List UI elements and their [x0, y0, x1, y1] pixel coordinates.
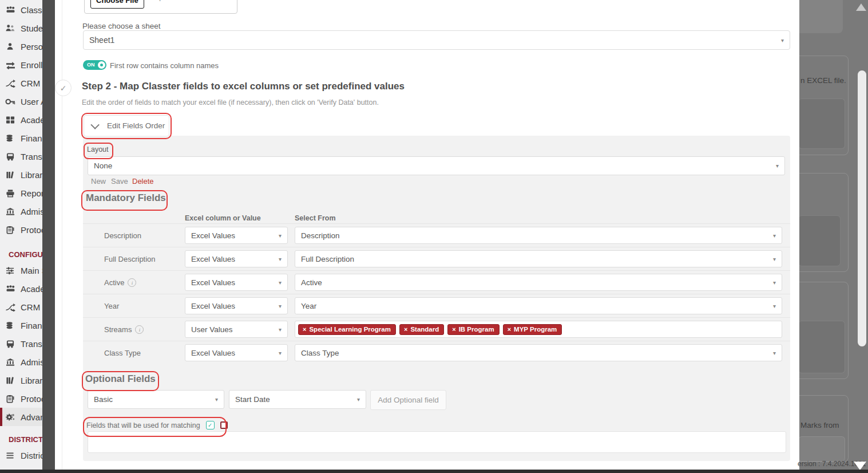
edit-fields-order-button[interactable]: Edit Fields Order: [84, 115, 169, 136]
excel-column-or-value-select[interactable]: Excel Values▾: [185, 274, 288, 291]
first-row-toggle[interactable]: ON: [83, 60, 106, 70]
layout-new-link[interactable]: New: [91, 177, 106, 186]
sidebar-item-protoco[interactable]: Protoco: [0, 389, 42, 408]
scroll-up-arrow-icon[interactable]: [856, 3, 866, 11]
sheet-select[interactable]: Sheet1 ▾: [83, 30, 790, 50]
field-label-text: Description: [104, 231, 141, 240]
sidebar-item-classes[interactable]: Classes: [0, 1, 42, 19]
sidebar-item-crm-se[interactable]: CRM Se: [0, 298, 42, 316]
sidebar-item-label: Advanc: [21, 412, 42, 422]
sidebar-item-financia[interactable]: Financia: [0, 129, 42, 147]
select-value: Class Type: [301, 349, 339, 357]
sidebar-item-academ[interactable]: Academ: [0, 111, 42, 129]
sidebar-item-advanc[interactable]: Advanc: [0, 408, 42, 426]
sidebar-item-financia[interactable]: Financia: [0, 316, 42, 334]
scrollbar-thumb[interactable]: [858, 70, 866, 346]
academic-settings-icon: [5, 284, 15, 293]
remove-tag-icon[interactable]: ×: [452, 326, 455, 333]
file-input[interactable]: Choose File Groups List.xlsx: [84, 0, 237, 14]
excel-column-or-value-select[interactable]: Excel Values▾: [185, 227, 288, 244]
choose-file-button[interactable]: Choose File: [90, 0, 144, 9]
layout-label: Layout: [87, 145, 109, 153]
checked-checkbox-icon[interactable]: ✓: [206, 421, 215, 429]
tag-label: IB Program: [459, 326, 494, 333]
bottom-bar: [0, 470, 868, 473]
tag-special-learning-program[interactable]: ×Special Learning Program: [298, 324, 396, 335]
mapping-panel: Layout None ▾ New Save Delete Mandatory …: [83, 136, 790, 461]
scroll-down-arrow-icon[interactable]: [854, 462, 866, 470]
chevron-down-icon: ▾: [279, 303, 282, 309]
layout-delete-link[interactable]: Delete: [132, 177, 154, 186]
step2-subtitle: Edit the order of fields to match your e…: [82, 98, 379, 107]
tag-standard[interactable]: ×Standard: [399, 324, 444, 335]
remove-tag-icon[interactable]: ×: [303, 326, 306, 333]
add-optional-field-button[interactable]: Add Optional field: [370, 390, 446, 410]
mandatory-fields-title: Mandatory Fields: [86, 192, 166, 204]
select-from-select[interactable]: Full Description▾: [295, 250, 782, 267]
tag-label: Standard: [410, 326, 439, 333]
remove-tag-icon[interactable]: ×: [404, 326, 407, 333]
sidebar-item-label: Transpo: [21, 152, 42, 161]
sidebar-item-label: Library: [21, 170, 42, 180]
sidebar-item-label: Academ: [21, 284, 42, 294]
info-icon[interactable]: i: [128, 278, 136, 287]
chevron-down-icon: ▾: [773, 232, 776, 239]
sidebar-item-transpo[interactable]: Transpo: [0, 147, 42, 165]
layout-select[interactable]: None ▾: [88, 156, 785, 175]
sidebar-item-label: CRM: [21, 78, 40, 88]
select-from-select[interactable]: Class Type▾: [295, 344, 782, 361]
info-icon[interactable]: i: [135, 325, 144, 334]
sidebar-item-user-ac[interactable]: User Ac: [0, 92, 42, 111]
sidebar-item-academ[interactable]: Academ: [0, 279, 42, 298]
admission-settings-icon: [5, 357, 15, 366]
crm-settings-icon: [5, 302, 15, 312]
empty-checkbox-icon[interactable]: [220, 421, 228, 429]
sidebar-item-reporti[interactable]: Reporti: [0, 184, 42, 202]
field-label: Activei: [104, 278, 136, 287]
excel-column-or-value-select[interactable]: User Values▾: [185, 321, 288, 338]
tag-ib-program[interactable]: ×IB Program: [447, 324, 499, 335]
excel-column-or-value-select[interactable]: Excel Values▾: [185, 297, 288, 314]
sidebar-item-label: Financia: [21, 133, 42, 143]
select-from-select[interactable]: Active▾: [295, 274, 782, 291]
field-label-text: Full Description: [104, 255, 156, 263]
sidebar-item-enrollm[interactable]: Enrollm: [0, 56, 42, 74]
field-label-text: Class Type: [104, 349, 141, 357]
toggle-on-label: ON: [87, 62, 95, 68]
sidebar-item-label: User Ac: [21, 97, 42, 107]
optional-field-select[interactable]: Start Date ▾: [229, 390, 366, 409]
sidebar-item-library[interactable]: Library: [0, 165, 42, 184]
transport-icon: [5, 152, 15, 161]
sidebar-item-admiss[interactable]: Admiss: [0, 353, 42, 371]
select-value: Excel Values: [191, 302, 235, 310]
sidebar-item-transpo[interactable]: Transpo: [0, 334, 42, 353]
sidebar-section-district: DISTRICT: [0, 426, 42, 446]
financial-settings-icon: [5, 321, 15, 330]
matching-fields-input[interactable]: [88, 431, 786, 453]
sidebar-item-admiss[interactable]: Admiss: [0, 202, 42, 220]
layout-save-link[interactable]: Save: [111, 177, 128, 186]
optional-category-select[interactable]: Basic ▾: [88, 390, 224, 409]
sidebar-item-personn[interactable]: Personn: [0, 37, 42, 56]
sidebar-item-crm[interactable]: CRM: [0, 74, 42, 92]
select-from-select[interactable]: Description▾: [295, 227, 782, 244]
mandatory-row-active: ActiveiExcel Values▾Active▾: [83, 270, 790, 294]
file-name-text: Groups List.xlsx: [141, 0, 199, 1]
streams-tag-input[interactable]: ×Special Learning Program×Standard×IB Pr…: [295, 321, 782, 338]
sidebar-item-main-se[interactable]: Main Se: [0, 261, 42, 279]
matching-fields-label: Fields that will be used for matching ✓: [86, 421, 228, 429]
excel-column-or-value-select[interactable]: Excel Values▾: [185, 344, 288, 361]
excel-column-or-value-select[interactable]: Excel Values▾: [185, 250, 288, 267]
select-from-select[interactable]: Year▾: [295, 297, 782, 314]
field-label: Class Type: [104, 349, 141, 357]
tag-myp-program[interactable]: ×MYP Program: [503, 324, 562, 335]
sidebar-item-district[interactable]: District: [0, 446, 42, 464]
sidebar-item-library[interactable]: Library: [0, 371, 42, 389]
sidebar-item-protoco[interactable]: Protoco: [0, 220, 42, 239]
optional-field-value: Start Date: [235, 395, 270, 404]
sidebar-item-students[interactable]: Students: [0, 19, 42, 37]
select-value: Excel Values: [191, 349, 235, 357]
chevron-down-icon: ▾: [773, 279, 776, 286]
layout-select-value: None: [94, 161, 112, 170]
remove-tag-icon[interactable]: ×: [508, 326, 511, 333]
